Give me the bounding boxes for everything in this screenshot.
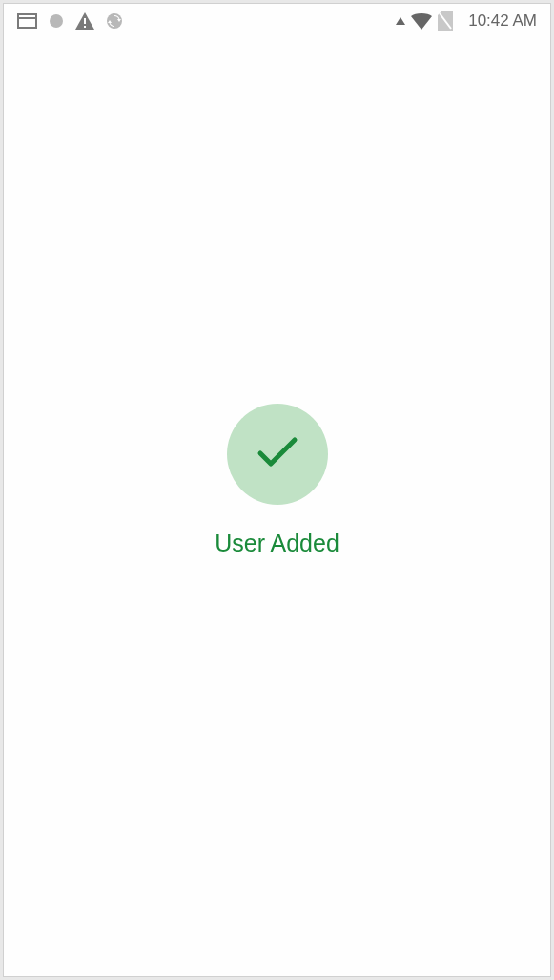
success-message: User Added xyxy=(215,530,339,557)
device-frame: 10:42 AM User Added xyxy=(3,3,551,977)
content-area: User Added xyxy=(4,4,550,976)
checkmark-icon xyxy=(255,434,300,474)
success-circle xyxy=(227,404,328,505)
